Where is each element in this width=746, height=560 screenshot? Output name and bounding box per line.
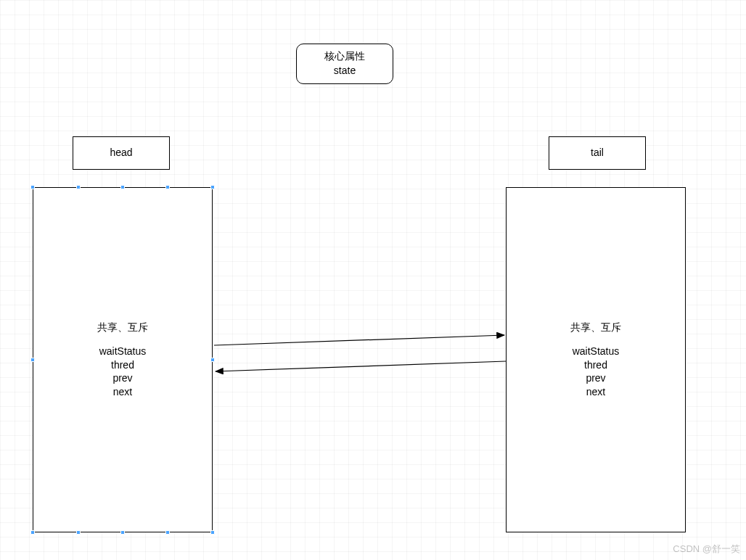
arrow-next: [214, 335, 504, 345]
selection-handle-icon[interactable]: [76, 185, 81, 189]
head-label-text: head: [110, 146, 132, 160]
selection-handle-icon[interactable]: [30, 185, 35, 189]
tail-label-text: tail: [591, 146, 604, 160]
selection-handle-icon[interactable]: [120, 185, 125, 189]
node-tail-f1: waitStatus: [570, 345, 621, 358]
selection-handle-icon[interactable]: [210, 530, 215, 535]
arrow-prev: [216, 361, 506, 371]
node-tail[interactable]: 共享、互斥 waitStatus thred prev next: [506, 187, 686, 532]
core-attr-line2: state: [334, 64, 356, 78]
core-attribute-box[interactable]: 核心属性 state: [296, 44, 393, 84]
node-head-f1: waitStatus: [97, 345, 148, 358]
selection-handle-icon[interactable]: [210, 358, 215, 362]
node-head-f4: next: [97, 385, 148, 399]
node-tail-content: 共享、互斥 waitStatus thred prev next: [570, 321, 621, 399]
node-head-content: 共享、互斥 waitStatus thred prev next: [97, 321, 148, 399]
node-tail-f3: prev: [570, 371, 621, 385]
node-head[interactable]: 共享、互斥 waitStatus thred prev next: [33, 187, 213, 532]
head-label-box[interactable]: head: [73, 136, 170, 170]
selection-handle-icon[interactable]: [210, 185, 215, 189]
diagram-canvas[interactable]: 核心属性 state head tail 共享、互斥 waitStatus th…: [0, 0, 746, 560]
selection-handle-icon[interactable]: [30, 530, 35, 535]
core-attr-line1: 核心属性: [324, 49, 365, 64]
node-tail-f2: thred: [570, 358, 621, 372]
selection-handle-icon[interactable]: [120, 530, 125, 535]
node-head-f2: thred: [97, 358, 148, 372]
node-head-f3: prev: [97, 371, 148, 385]
node-tail-f4: next: [570, 385, 621, 399]
watermark: CSDN @舒一笑: [673, 543, 740, 556]
selection-handle-icon[interactable]: [76, 530, 81, 535]
selection-handle-icon[interactable]: [30, 358, 35, 362]
tail-label-box[interactable]: tail: [549, 136, 646, 170]
selection-handle-icon[interactable]: [165, 185, 170, 189]
node-head-mode: 共享、互斥: [97, 321, 148, 334]
node-tail-mode: 共享、互斥: [570, 321, 621, 334]
selection-handle-icon[interactable]: [165, 530, 170, 535]
